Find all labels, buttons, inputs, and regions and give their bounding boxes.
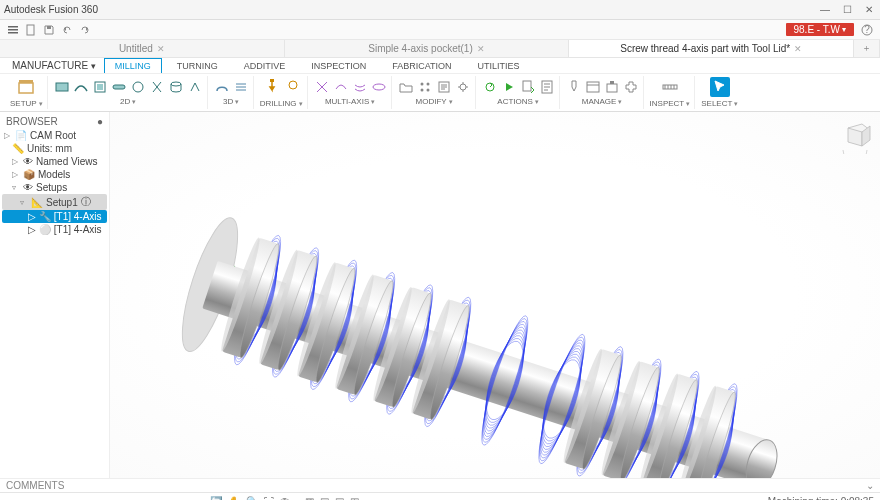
tree-op-4axis-2[interactable]: ▷ ⚪ [T1] 4-Axis — [2, 223, 107, 236]
ribbon-tab-fabrication[interactable]: FABRICATION — [381, 58, 462, 73]
tab-label: Screw thread 4-axis part with Tool Lid* — [620, 43, 790, 54]
browser-header[interactable]: BROWSER● — [2, 114, 107, 129]
setup-sheet-icon[interactable] — [539, 79, 555, 95]
2d-contour-icon[interactable] — [73, 79, 89, 95]
post-icon[interactable] — [520, 79, 536, 95]
2d-face-icon[interactable] — [54, 79, 70, 95]
manual-nc-icon[interactable] — [436, 79, 452, 95]
tree-setup1[interactable]: ▿📐 Setup1 ⓘ — [2, 194, 107, 210]
simulate-icon[interactable] — [501, 79, 517, 95]
fit-icon[interactable]: ⛶ — [264, 496, 274, 500]
new-tab-button[interactable]: ＋ — [854, 40, 880, 57]
svg-rect-28 — [610, 81, 614, 84]
look-icon[interactable]: 👁 — [280, 496, 290, 500]
maximize-button[interactable]: ☐ — [840, 4, 854, 15]
hole-icon[interactable] — [285, 77, 301, 93]
expand-icon[interactable]: ⌄ — [866, 480, 874, 491]
multiaxis-contour-icon[interactable] — [333, 79, 349, 95]
ribbon-group-label[interactable]: 2D — [120, 97, 136, 106]
ribbon-group-label[interactable]: SETUP — [10, 99, 43, 108]
tree-op-4axis-1[interactable]: ▷ 🔧 [T1] 4-Axis — [2, 210, 107, 223]
measure-icon[interactable] — [660, 77, 680, 97]
ribbon-tab-turning[interactable]: TURNING — [166, 58, 229, 73]
drill-icon[interactable] — [262, 77, 282, 97]
title-bar: Autodesk Fusion 360 — ☐ ✕ — [0, 0, 880, 20]
minimize-button[interactable]: — — [818, 4, 832, 15]
close-icon[interactable]: ✕ — [794, 44, 802, 54]
setup-icon[interactable] — [16, 77, 36, 97]
ribbon-tab-inspection[interactable]: INSPECTION — [300, 58, 377, 73]
view-cube[interactable] — [838, 120, 872, 154]
orbit-icon[interactable]: 🔄 — [210, 496, 222, 500]
addins-icon[interactable] — [623, 79, 639, 95]
close-icon[interactable]: ✕ — [477, 44, 485, 54]
snap-icon[interactable]: ▣ — [335, 496, 344, 500]
save-icon[interactable] — [42, 23, 56, 37]
pattern-icon[interactable] — [417, 79, 433, 95]
tree-setups[interactable]: ▿👁 Setups — [2, 181, 107, 194]
rotary-icon[interactable] — [371, 79, 387, 95]
ribbon-group-label[interactable]: SELECT — [701, 99, 738, 108]
browser-tree: ▷📄 CAM Root 📏 Units: mm ▷👁 Named Views ▷… — [2, 129, 107, 236]
swarf-icon[interactable] — [314, 79, 330, 95]
tree-root[interactable]: ▷📄 CAM Root — [2, 129, 107, 142]
ribbon-tab-utilities[interactable]: UTILITIES — [467, 58, 531, 73]
ribbon-group-setup: SETUP — [6, 76, 48, 109]
viewport[interactable]: // procedurally add flanges and toolpath… — [110, 112, 880, 478]
model-canvas[interactable] — [110, 112, 880, 478]
ribbon-group-label[interactable]: ACTIONS — [497, 97, 539, 106]
ribbon-tab-additive[interactable]: ADDITIVE — [233, 58, 297, 73]
workspace-menu[interactable]: MANUFACTURE ▾ — [8, 58, 100, 73]
svg-point-20 — [420, 89, 423, 92]
help-icon[interactable]: ? — [860, 23, 874, 37]
comments-bar[interactable]: COMMENTS⌄ — [0, 478, 880, 492]
user-badge[interactable]: 98.E - T.W▾ — [786, 23, 855, 36]
ribbon-group-label[interactable]: MANAGE — [582, 97, 623, 106]
tab-untitled[interactable]: Untitled✕ — [0, 40, 285, 57]
generate-icon[interactable] — [482, 79, 498, 95]
grid-icon[interactable]: ▤ — [320, 496, 329, 500]
ribbon-group-label[interactable]: MODIFY — [416, 97, 453, 106]
file-new-icon[interactable] — [24, 23, 38, 37]
ribbon-group-label[interactable]: INSPECT — [650, 99, 691, 108]
viewports-icon[interactable]: ◫ — [350, 496, 359, 500]
2d-trace-icon[interactable] — [130, 79, 146, 95]
zoom-icon[interactable]: 🔍 — [246, 496, 258, 500]
redo-icon[interactable] — [78, 23, 92, 37]
tab-simple-4axis[interactable]: Simple 4-axis pocket(1)✕ — [285, 40, 570, 57]
2d-slot-icon[interactable] — [111, 79, 127, 95]
collapse-icon[interactable]: ● — [97, 116, 103, 127]
close-icon[interactable]: ✕ — [157, 44, 165, 54]
ribbon-group-label[interactable]: MULTI-AXIS — [325, 97, 375, 106]
pan-icon[interactable]: ✋ — [228, 496, 240, 500]
svg-rect-2 — [8, 32, 18, 34]
display-icon[interactable]: ▦ — [305, 496, 314, 500]
app-menu-icon[interactable] — [6, 23, 20, 37]
3d-parallel-icon[interactable] — [233, 79, 249, 95]
2d-thread-icon[interactable] — [149, 79, 165, 95]
svg-rect-11 — [97, 84, 103, 90]
folder-icon[interactable] — [398, 79, 414, 95]
undo-icon[interactable] — [60, 23, 74, 37]
svg-point-17 — [373, 84, 385, 90]
ribbon-group-label[interactable]: 3D — [223, 97, 239, 106]
task-manager-icon[interactable] — [585, 79, 601, 95]
main-area: BROWSER● ▷📄 CAM Root 📏 Units: mm ▷👁 Name… — [0, 112, 880, 478]
3d-adaptive-icon[interactable] — [214, 79, 230, 95]
flow-icon[interactable] — [352, 79, 368, 95]
tree-models[interactable]: ▷📦 Models — [2, 168, 107, 181]
tab-screw-thread[interactable]: Screw thread 4-axis part with Tool Lid*✕ — [569, 40, 854, 57]
tree-named-views[interactable]: ▷👁 Named Views — [2, 155, 107, 168]
tree-units[interactable]: 📏 Units: mm — [2, 142, 107, 155]
ribbon-group-label[interactable]: DRILLING — [260, 99, 303, 108]
tool-library-icon[interactable] — [566, 79, 582, 95]
2d-engrave-icon[interactable] — [187, 79, 203, 95]
probe-icon[interactable] — [455, 79, 471, 95]
2d-bore-icon[interactable] — [168, 79, 184, 95]
ribbon-tab-milling[interactable]: MILLING — [104, 58, 162, 73]
select-icon[interactable] — [710, 77, 730, 97]
close-button[interactable]: ✕ — [862, 4, 876, 15]
machine-library-icon[interactable] — [604, 79, 620, 95]
2d-pocket-icon[interactable] — [92, 79, 108, 95]
ribbon-group-actions: ACTIONS — [478, 76, 560, 109]
